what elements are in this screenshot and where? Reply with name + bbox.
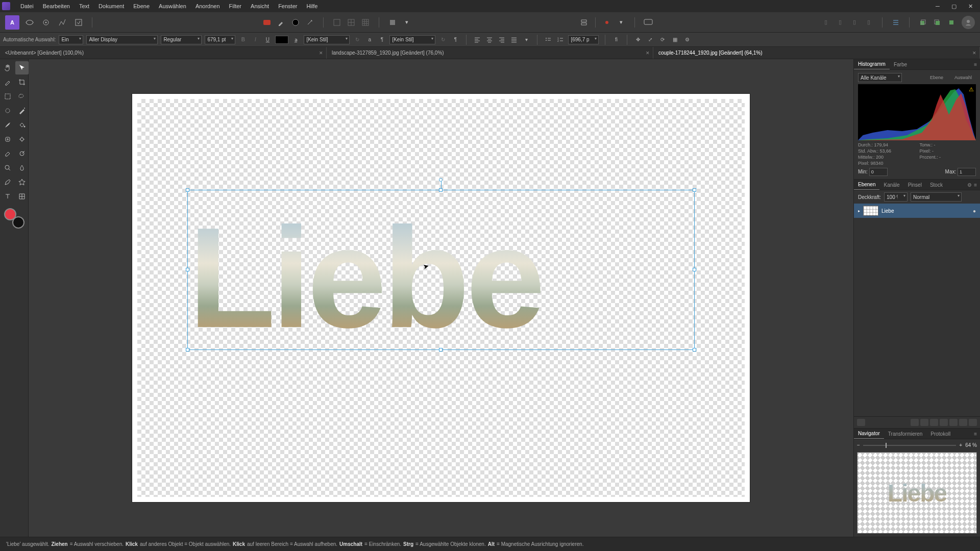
canvas-viewport[interactable]: Liebe ➤ (29, 59, 853, 537)
leading-input[interactable] (568, 35, 599, 44)
persona-develop-icon[interactable] (40, 16, 52, 29)
tool-clone[interactable] (15, 133, 29, 146)
layers-gear-icon[interactable]: ⚙ (967, 182, 972, 188)
tool-eraser[interactable] (1, 147, 14, 160)
layer-crop-icon[interactable] (940, 419, 948, 426)
font-weight-dropdown[interactable]: Regular (161, 35, 202, 44)
arrange-icon[interactable] (578, 16, 590, 29)
tool-shape[interactable] (15, 176, 29, 189)
tool-crop[interactable] (15, 76, 29, 89)
tab-farbe[interactable]: Farbe (890, 60, 911, 69)
ligature-icon[interactable]: fi (611, 35, 621, 44)
color-swatches[interactable] (4, 208, 24, 229)
update-para-style-icon[interactable]: ↻ (438, 35, 448, 44)
menu-fenster[interactable]: Fenster (274, 1, 301, 11)
doc-tab-1[interactable]: <Unbenannt> [Geändert] (100,0%) ✕ (0, 47, 327, 59)
list-bullet-icon[interactable] (544, 35, 553, 44)
selection-mode-icon[interactable] (386, 16, 399, 29)
align-group-4-icon[interactable]: ▯ (863, 16, 875, 29)
layer-expand-icon[interactable]: ▸ (858, 209, 860, 213)
bold-button[interactable]: B (238, 35, 248, 44)
tab-protokoll[interactable]: Protokoll (926, 429, 954, 439)
transform-scale-icon[interactable]: ⤢ (646, 35, 655, 44)
char-style-dropdown[interactable]: [Kein Stil] (304, 35, 350, 44)
text-color-swatch[interactable] (275, 36, 288, 44)
warning-icon[interactable]: ⚠ (969, 86, 974, 93)
grid-2-icon[interactable] (345, 16, 357, 29)
tool-fill[interactable] (15, 118, 29, 132)
panel-menu-icon[interactable]: ≡ (974, 62, 977, 67)
tab-stock[interactable]: Stock (926, 180, 947, 190)
list-number-icon[interactable]: 12 (556, 35, 565, 44)
persona-photo-icon[interactable]: A (5, 15, 19, 30)
tab-navigator[interactable]: Navigator (854, 429, 884, 439)
stack-front-icon[interactable] (945, 16, 958, 29)
para-icon[interactable]: ¶ (377, 35, 386, 44)
persona-liquify-icon[interactable] (23, 16, 36, 29)
menu-hilfe[interactable]: Hilfe (302, 1, 322, 11)
zoom-in-button[interactable]: + (959, 442, 962, 448)
preview-icon[interactable] (642, 16, 654, 29)
tool-flood-select[interactable] (15, 104, 29, 117)
dropdown-caret-icon[interactable]: ▾ (401, 16, 413, 29)
align-center-text-icon[interactable] (485, 35, 494, 44)
grid-3-icon[interactable] (359, 16, 372, 29)
align-right-icon[interactable] (497, 35, 506, 44)
snap-icon[interactable] (601, 16, 613, 29)
layer-group-icon[interactable] (949, 419, 958, 426)
opacity-input[interactable] (884, 192, 908, 202)
menu-filter[interactable]: Filter (225, 1, 246, 11)
layer-delete-icon[interactable] (969, 419, 977, 426)
tool-move[interactable] (15, 61, 29, 74)
dropdown-caret-2-icon[interactable]: ▾ (615, 16, 627, 29)
text-object-liebe[interactable]: Liebe (188, 191, 694, 349)
pilcrow-icon[interactable]: ¶ (451, 35, 460, 44)
transform-rotate-icon[interactable]: ⟳ (658, 35, 667, 44)
swatch-red-icon[interactable] (261, 16, 273, 29)
foreground-color-swatch[interactable] (4, 208, 16, 220)
layers-menu-icon[interactable]: ≡ (974, 182, 977, 188)
stack-back-icon[interactable] (917, 16, 929, 29)
hist-mode-auswahl[interactable]: Auswahl (950, 73, 976, 82)
doc-tab-2-close-icon[interactable]: ✕ (646, 51, 650, 56)
layer-add-icon[interactable] (959, 419, 967, 426)
layer-adjust-icon[interactable] (920, 419, 928, 426)
stack-mid-icon[interactable] (931, 16, 943, 29)
tool-pen[interactable] (1, 176, 14, 189)
histogram-channel-dropdown[interactable]: Alle Kanäle (858, 73, 902, 82)
transform-move-icon[interactable]: ✥ (633, 35, 643, 44)
minimize-button[interactable]: ─ (930, 1, 945, 11)
font-family-dropdown[interactable]: Aller Display (86, 35, 158, 44)
menu-ebene[interactable]: Ebene (129, 1, 154, 11)
layer-fx-icon[interactable] (930, 419, 938, 426)
hist-min-input[interactable] (869, 168, 888, 176)
account-avatar-icon[interactable] (962, 16, 975, 29)
layer-search-icon[interactable] (857, 419, 865, 426)
align-center-icon[interactable] (890, 16, 902, 29)
tool-freehand-select[interactable] (15, 90, 29, 103)
para-panel-icon[interactable]: a (365, 35, 374, 44)
menu-text[interactable]: Text (75, 1, 93, 11)
nav-menu-icon[interactable]: ≡ (974, 431, 977, 437)
color-wheel-icon[interactable] (289, 16, 302, 29)
font-size-input[interactable] (205, 35, 235, 44)
eyedropper-icon[interactable] (275, 16, 287, 29)
menu-bearbeiten[interactable]: Bearbeiten (39, 1, 74, 11)
tab-ebenen[interactable]: Ebenen (854, 180, 879, 190)
close-button[interactable]: ✕ (963, 1, 978, 11)
doc-tab-1-close-icon[interactable]: ✕ (319, 51, 323, 56)
maximize-button[interactable]: ▢ (946, 1, 962, 11)
persona-export-icon[interactable] (72, 16, 85, 29)
zoom-out-button[interactable]: − (857, 442, 860, 448)
align-justify-icon[interactable] (509, 35, 519, 44)
layer-item-liebe[interactable]: ▸ Liebe ● (854, 204, 980, 218)
italic-button[interactable]: I (251, 35, 260, 44)
tool-brush[interactable] (1, 118, 14, 132)
doc-tab-2[interactable]: landscape-3127859_1920.jpg [Geändert] (7… (327, 47, 653, 59)
doc-tab-3-close-icon[interactable]: ✕ (972, 51, 976, 56)
tab-histogramm[interactable]: Histogramm (854, 59, 890, 69)
transform-more-icon[interactable]: ⚙ (682, 35, 692, 44)
tool-smudge[interactable] (15, 161, 29, 174)
update-char-style-icon[interactable]: ↻ (353, 35, 362, 44)
tab-pinsel[interactable]: Pinsel (904, 180, 926, 190)
